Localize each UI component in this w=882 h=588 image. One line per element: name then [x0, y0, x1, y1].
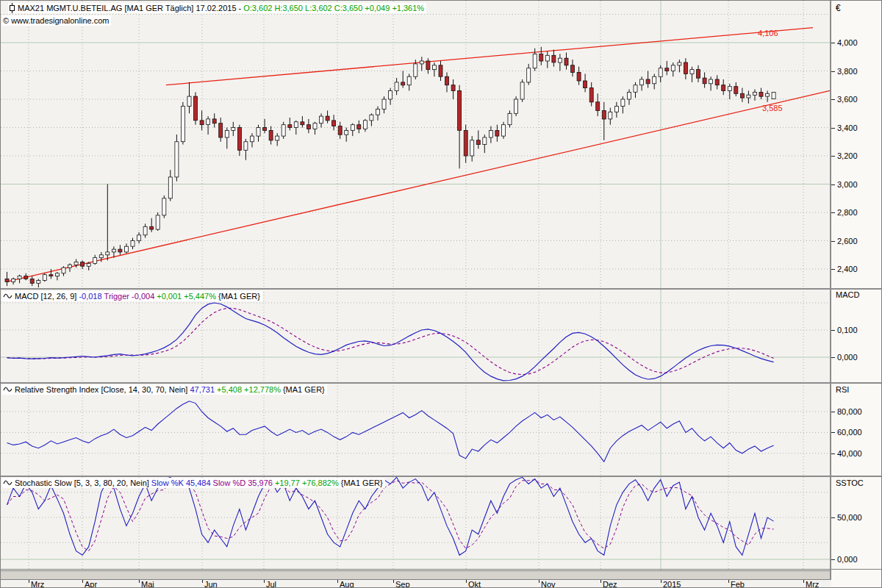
axis-tick-label: 40,000: [837, 449, 862, 458]
indicator-wave-icon: [3, 479, 12, 487]
axis-tick-label: 60,000: [837, 428, 862, 437]
time-axis-tick: [539, 580, 539, 583]
macd-panel-header: MACD [12, 26, 9] -0,018 Trigger -0,004 +…: [2, 291, 262, 301]
stochastic-label: Stochastic Slow [5, 3, 3, 80, 20, Nein]: [15, 478, 149, 488]
indicator-wave-icon: [3, 293, 12, 300]
time-axis-tick: [264, 580, 265, 583]
panel-axis-name: SSTOC: [836, 478, 864, 487]
axis-tick-mark: [831, 156, 835, 157]
axis-tick-mark: [831, 517, 835, 518]
axis-tick-label: 2,600: [837, 237, 858, 245]
macd-scope: {MA1 GER}: [218, 291, 260, 301]
currency-label: €: [836, 3, 841, 13]
stochastic-scope: {MA1 GER}: [341, 478, 383, 488]
time-axis-label: Aug: [340, 580, 354, 588]
time-axis-tick: [600, 580, 601, 583]
axis-tick-label: 3,800: [837, 67, 858, 76]
axis-tick-mark: [831, 330, 835, 331]
rsi-label: Relative Strength Index [Close, 14, 30, …: [15, 384, 187, 395]
axis-tick-mark: [831, 432, 835, 433]
macd-change: +0,001 +5,447%: [157, 291, 216, 301]
time-axis-label: Jul: [266, 580, 276, 588]
instrument-title: MAX21 MGMT.U.BETEIL.AG [MA1 GER Täglich]…: [18, 3, 241, 13]
stochastic-k-value: Slow %K 45,484: [151, 478, 211, 488]
axis-tick-label: 0,100: [837, 326, 858, 334]
axis-tick-mark: [831, 71, 835, 72]
ohlc-values: O:3,602 H:3,650 L:3,602 C:3,650 +0,049 +…: [243, 3, 424, 13]
axis-tick-mark: [831, 269, 835, 270]
axis-tick-mark: [831, 184, 835, 185]
axis-tick-mark: [831, 128, 835, 129]
time-axis-label: Mai: [141, 580, 154, 588]
axis-tick-label: 80,000: [837, 407, 862, 416]
lower-trendline-label: 3,585: [762, 104, 783, 112]
axis-tick-label: 3,400: [837, 123, 858, 132]
axis-tick-label: 0,000: [837, 555, 858, 564]
stochastic-change: +19,77 +76,882%: [275, 478, 339, 488]
axis-tick-label: 50,000: [837, 513, 862, 522]
axis-tick-label: 4,000: [837, 38, 858, 47]
rsi-change: +5,408 +12,778%: [217, 384, 281, 395]
plot-right-border: [830, 1, 831, 580]
axis-tick-label: 3,600: [837, 95, 858, 104]
time-axis-label: Mrz: [806, 580, 819, 588]
time-axis-tick: [139, 580, 140, 583]
stochastic-d-value: Slow %D 35,976: [213, 478, 273, 488]
time-axis-tick: [393, 580, 394, 583]
time-axis-label: 2015: [663, 580, 681, 588]
axis-tick-mark: [831, 99, 835, 100]
axis-tick-label: 2,800: [837, 208, 858, 217]
time-axis-label: Nov: [541, 580, 556, 588]
stochastic-panel-header: Stochastic Slow [5, 3, 3, 80, 20, Nein] …: [2, 478, 385, 488]
panel-divider[interactable]: [1, 288, 882, 290]
axis-tick-mark: [831, 453, 835, 454]
chart-window: MAX21 MGMT.U.BETEIL.AG [MA1 GER Täglich]…: [0, 0, 882, 588]
time-axis-scrollbar[interactable]: [1, 570, 831, 580]
axis-tick-mark: [831, 559, 835, 560]
axis-tick-label: 2,400: [837, 265, 858, 273]
time-axis-label: Jun: [204, 580, 218, 588]
time-axis-tick: [202, 580, 203, 583]
time-axis-tick: [29, 580, 29, 583]
plot-bottom-border: [1, 569, 882, 570]
axis-tick-mark: [831, 412, 835, 412]
upper-trendline-label: 4,106: [758, 29, 778, 37]
time-axis-label: Apr: [85, 580, 97, 588]
time-axis-label: Okt: [468, 580, 481, 588]
axis-tick-mark: [831, 212, 835, 213]
time-axis-tick: [661, 580, 662, 583]
indicator-wave-icon: [3, 386, 12, 393]
time-axis-label: Feb: [731, 580, 745, 588]
axis-tick-label: 3,000: [837, 180, 858, 189]
time-axis-tick: [82, 580, 83, 583]
axis-tick-label: 3,200: [837, 151, 858, 160]
time-axis-label: Dez: [603, 580, 617, 588]
instrument-icon: [9, 3, 15, 13]
macd-value: -0,018: [79, 291, 101, 301]
panel-axis-name: MACD: [836, 290, 859, 299]
panel-divider[interactable]: [1, 476, 882, 477]
time-axis-label: Sep: [395, 580, 410, 588]
time-axis-tick: [466, 580, 467, 583]
axis-tick-label: 0,000: [837, 353, 858, 362]
time-axis-tick: [337, 580, 338, 583]
macd-trigger-value: Trigger -0,004: [104, 291, 155, 301]
rsi-value: 47,731: [190, 384, 215, 395]
time-axis-tick: [728, 580, 729, 583]
axis-tick-mark: [831, 241, 835, 242]
rsi-panel-header: Relative Strength Index [Close, 14, 30, …: [2, 384, 327, 395]
main-chart-header: MAX21 MGMT.U.BETEIL.AG [MA1 GER Täglich]…: [8, 3, 426, 13]
axis-tick-mark: [831, 43, 835, 43]
macd-label: MACD [12, 26, 9]: [15, 291, 76, 301]
axis-tick-mark: [831, 357, 835, 358]
rsi-scope: {MA1 GER}: [283, 384, 325, 395]
panel-axis-name: RSI: [836, 385, 849, 394]
time-axis-tick: [803, 580, 804, 583]
panel-divider[interactable]: [1, 382, 882, 384]
time-axis-label: Mrz: [31, 580, 44, 588]
watermark: © www.tradesignalonline.com: [2, 15, 111, 26]
